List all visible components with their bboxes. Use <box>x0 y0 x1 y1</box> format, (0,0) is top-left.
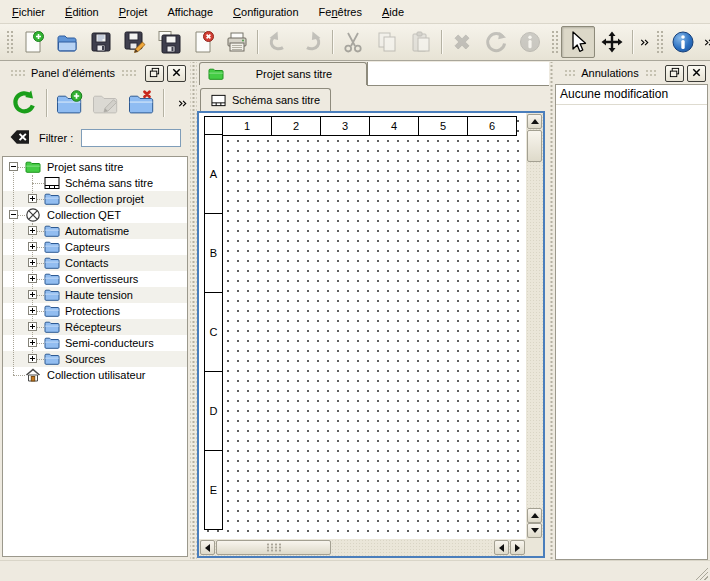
tree-item-9[interactable]: Protections <box>3 303 187 319</box>
menu-aide[interactable]: Aide <box>372 2 414 22</box>
expander-plus-icon[interactable] <box>28 322 37 331</box>
select-arrow-icon <box>566 30 590 54</box>
expander-minus-icon[interactable] <box>9 210 18 219</box>
schema-icon <box>44 175 60 191</box>
undo-history-list[interactable]: Aucune modification <box>555 84 708 560</box>
vertical-scrollbar[interactable] <box>526 113 543 539</box>
tree-item-label: Schéma sans titre <box>65 175 153 191</box>
horizontal-scrollbar[interactable] <box>199 539 526 556</box>
overflow-chevron-button[interactable] <box>700 30 710 54</box>
tree-item-8[interactable]: Haute tension <box>3 287 187 303</box>
select-arrow-button[interactable] <box>561 26 595 58</box>
print-button[interactable] <box>220 26 254 58</box>
tree-item-5[interactable]: Capteurs <box>3 239 187 255</box>
horizontal-scroll-thumb[interactable] <box>216 540 331 555</box>
expander-plus-icon[interactable] <box>28 274 37 283</box>
row-header-E: E <box>204 450 223 530</box>
left-splitter-handle[interactable] <box>190 62 197 560</box>
tree-connector-line <box>37 343 44 344</box>
overflow-chevron-button[interactable] <box>636 30 652 54</box>
scroll-up-button-bottom[interactable] <box>527 508 542 523</box>
undo-list-item-0[interactable]: Aucune modification <box>556 85 707 105</box>
expander-plus-icon[interactable] <box>28 306 37 315</box>
tree-item-1[interactable]: Schéma sans titre <box>3 175 187 191</box>
scroll-down-button[interactable] <box>527 523 542 538</box>
menu-configuration[interactable]: Configuration <box>223 2 308 22</box>
tree-item-0[interactable]: Projet sans titre <box>3 159 187 175</box>
reload-collections-icon <box>10 89 38 117</box>
filter-input[interactable] <box>81 129 181 147</box>
scroll-right-button[interactable] <box>510 540 525 555</box>
reload-collections-button[interactable] <box>6 85 42 121</box>
tree-item-2[interactable]: Collection projet <box>3 191 187 207</box>
float-panel-button[interactable] <box>665 65 684 82</box>
clear-filter-button[interactable] <box>7 128 33 148</box>
tree-connector-line <box>37 311 44 312</box>
elements-panel-titlebar[interactable]: Panel d'éléments <box>0 62 190 84</box>
row-header-C: C <box>204 292 223 372</box>
toolbar-handle[interactable] <box>5 29 13 55</box>
dock-title-texture <box>121 69 136 78</box>
undo-panel-titlebar[interactable]: Annulations <box>554 62 710 84</box>
tree-item-12[interactable]: Sources <box>3 351 187 367</box>
tree-item-6[interactable]: Contacts <box>3 255 187 271</box>
tree-connector-line <box>37 231 44 232</box>
save-as-icon <box>123 30 147 54</box>
close-panel-button[interactable] <box>687 65 706 82</box>
save-all-button[interactable] <box>152 26 186 58</box>
scroll-left-button-right[interactable] <box>494 540 509 555</box>
menu-fichier[interactable]: Fichier <box>2 2 55 22</box>
toolbar-handle[interactable] <box>550 29 558 55</box>
open-project-button[interactable] <box>50 26 84 58</box>
elements-tree[interactable]: Projet sans titreSchéma sans titreCollec… <box>2 156 188 557</box>
tab-schema[interactable]: Schéma sans titre <box>200 88 331 111</box>
tree-item-13[interactable]: Collection utilisateur <box>3 367 187 383</box>
delete-category-button[interactable] <box>123 85 159 121</box>
menu-projet[interactable]: Projet <box>109 2 158 22</box>
tree-item-4[interactable]: Automatisme <box>3 223 187 239</box>
scroll-up-button[interactable] <box>527 114 542 129</box>
expander-plus-icon[interactable] <box>28 194 37 203</box>
expander-plus-icon[interactable] <box>28 354 37 363</box>
expander-plus-icon[interactable] <box>28 338 37 347</box>
filter-row: Filtrer : <box>0 125 190 151</box>
dock-title-texture <box>10 69 25 78</box>
edit-category-icon <box>91 89 119 117</box>
overflow-chevron-button[interactable] <box>174 91 190 115</box>
column-header-2: 2 <box>271 116 321 136</box>
tab-project[interactable]: Projet sans titre <box>199 62 367 85</box>
menu-affichage[interactable]: Affichage <box>157 2 223 22</box>
column-header-5: 5 <box>418 116 468 136</box>
expander-plus-icon[interactable] <box>28 226 37 235</box>
scroll-left-button[interactable] <box>200 540 215 555</box>
new-category-button[interactable] <box>51 85 87 121</box>
tree-item-11[interactable]: Semi-conducteurs <box>3 335 187 351</box>
new-document-button[interactable] <box>16 26 50 58</box>
paste-button <box>404 26 438 58</box>
menu-edition[interactable]: Édition <box>55 2 109 22</box>
left-arrow-icon <box>499 544 504 552</box>
expander-plus-icon[interactable] <box>28 258 37 267</box>
save-button[interactable] <box>84 26 118 58</box>
expander-plus-icon[interactable] <box>28 242 37 251</box>
tree-item-10[interactable]: Récepteurs <box>3 319 187 335</box>
save-as-button[interactable] <box>118 26 152 58</box>
close-panel-button[interactable] <box>167 65 186 82</box>
close-icon <box>171 67 182 80</box>
float-panel-button[interactable] <box>145 65 164 82</box>
toolbar-handle[interactable] <box>655 29 663 55</box>
expander-plus-icon[interactable] <box>28 290 37 299</box>
move-mode-button[interactable] <box>595 26 629 58</box>
resize-grip[interactable] <box>694 566 708 580</box>
schema-canvas[interactable]: 123456 ABCDE <box>199 113 526 539</box>
info-blue-button[interactable] <box>666 26 700 58</box>
tree-item-7[interactable]: Convertisseurs <box>3 271 187 287</box>
dock-title-texture <box>645 69 656 78</box>
element-info-button <box>513 26 547 58</box>
project-tab-label: Projet sans titre <box>230 68 358 80</box>
close-document-button[interactable] <box>186 26 220 58</box>
vertical-scroll-thumb[interactable] <box>527 130 542 162</box>
tree-item-3[interactable]: Collection QET <box>3 207 187 223</box>
expander-minus-icon[interactable] <box>9 162 18 171</box>
menu-fenetres[interactable]: Fenêtres <box>309 2 372 22</box>
